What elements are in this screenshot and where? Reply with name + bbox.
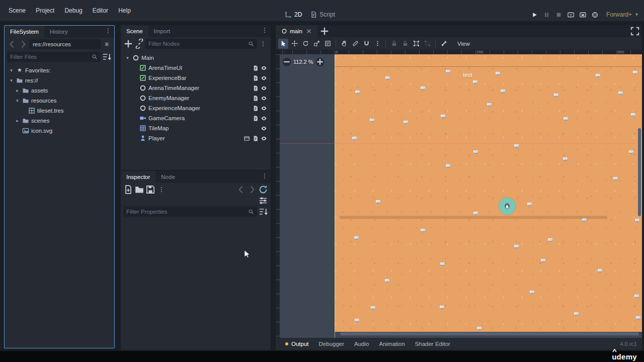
tab-scene[interactable]: Scene [121,25,148,37]
instance-icon[interactable] [244,135,250,142]
scene-node-player[interactable]: Player [121,133,271,143]
add-node-button[interactable] [123,39,133,49]
player-sprite[interactable] [499,198,516,215]
zoom-in-button[interactable] [316,58,324,66]
caret-down-icon[interactable]: ▾ [125,55,130,60]
inspector-menu-icon[interactable]: ⋮ [260,171,270,181]
platform-sprite[interactable] [340,215,607,218]
eye-icon[interactable] [261,85,267,92]
play-button[interactable] [529,9,540,20]
zoom-level[interactable]: 112.2 % [293,59,313,65]
bottom-tab-audio[interactable]: Audio [350,338,373,350]
rotate-tool-button[interactable] [300,39,310,49]
scene-node-arenatimeui[interactable]: ArenaTimeUI [121,63,271,73]
tab-history[interactable]: History [44,26,73,38]
scene-node-experiencebar[interactable]: ExperienceBar [121,73,271,83]
file-sort-icon[interactable] [102,52,112,62]
pan-tool-button[interactable] [339,39,349,49]
scene-node-tilemap[interactable]: TileMap [121,123,271,133]
filter-nodes-input[interactable] [148,41,246,47]
scene-tab-main[interactable]: main [276,25,317,37]
filesystem-menu-icon[interactable]: ⋮ [103,26,113,36]
group-button[interactable] [411,39,421,49]
caret-right-icon[interactable]: ▸ [15,118,20,123]
menu-editor[interactable]: Editor [88,5,113,17]
fs-item-tileset-tres[interactable]: tileset.tres [5,106,114,116]
eye-icon[interactable] [261,135,267,142]
nav-back-button[interactable] [7,39,17,49]
object-history-icon[interactable] [258,185,268,195]
editor-tab-script[interactable]: Script [310,11,335,18]
filter-properties-input[interactable] [126,209,246,215]
tab-filesystem[interactable]: FileSystem [5,26,44,38]
script-badge-icon[interactable] [252,135,259,142]
stop-button[interactable] [553,9,564,20]
fs-item-res[interactable]: ▾res:// [5,75,114,85]
expand-viewport-icon[interactable] [630,26,640,36]
nav-forward-button[interactable] [18,39,28,49]
ruler-tool-button[interactable] [350,39,360,49]
caret-down-icon[interactable]: ▾ [9,78,14,83]
script-badge-icon[interactable] [252,75,259,81]
unlock-button[interactable] [400,39,410,49]
caret-down-icon[interactable]: ▾ [9,68,14,73]
history-forward-button[interactable] [247,185,257,195]
caret-right-icon[interactable]: ▸ [15,88,20,93]
select-tool-button[interactable] [278,39,288,49]
script-badge-icon[interactable] [252,65,259,71]
vertical-scrollbar[interactable] [638,128,641,216]
scale-tool-button[interactable] [311,39,321,49]
skeleton-button[interactable] [439,39,449,49]
script-badge-icon[interactable] [252,115,259,122]
bottom-tab-shader-editor[interactable]: Shader Editor [411,338,455,350]
view-menu-button[interactable]: View [454,41,473,47]
snap-options-button[interactable] [372,39,382,49]
eye-icon[interactable] [261,95,267,102]
script-badge-icon[interactable] [252,85,259,92]
fs-item-assets[interactable]: ▸assets [5,85,114,96]
tilemap-region[interactable] [335,54,642,332]
scene-tree-menu-icon[interactable]: ⋮ [258,39,268,49]
menu-scene[interactable]: Scene [4,5,30,17]
scene-node-main[interactable]: ▾Main [121,53,271,63]
script-badge-icon[interactable] [252,95,259,102]
load-resource-button[interactable] [134,185,144,195]
caret-down-icon[interactable]: ▾ [15,98,20,103]
editor-tab-2d[interactable]: 2D [285,11,302,18]
eye-icon[interactable] [261,115,267,122]
menu-project[interactable]: Project [31,5,59,17]
save-resource-button[interactable] [145,185,155,195]
fs-item-resources[interactable]: ▾resources [5,96,114,106]
display-mode-toggle-icon[interactable]: ≡ [102,39,112,49]
bottom-tab-debugger[interactable]: Debugger [314,338,349,350]
menu-help[interactable]: Help [114,5,135,17]
horizontal-scrollbar[interactable] [340,332,639,335]
tab-node[interactable]: Node [155,171,181,183]
close-icon[interactable] [306,28,312,34]
fs-item-favorites[interactable]: ▾★Favorites: [5,65,114,75]
eye-icon[interactable] [261,105,267,112]
scene-node-experiencemanager[interactable]: ExperienceManager [121,103,271,113]
resource-extra-menu-icon[interactable]: ⋮ [156,185,167,195]
renderer-select[interactable]: Forward+▼ [606,11,639,18]
scene-node-enemymanager[interactable]: EnemyManager [121,93,271,103]
fs-item-icon-svg[interactable]: icon.svg [5,126,114,136]
pause-button[interactable] [541,9,552,20]
current-path-input[interactable] [33,41,97,47]
scene-node-gamecamera[interactable]: GameCamera [121,113,271,123]
filter-files-input[interactable] [10,54,90,60]
scene-menu-icon[interactable]: ⋮ [260,25,270,35]
play-scene-button[interactable] [565,9,576,20]
menu-debug[interactable]: Debug [60,5,87,17]
property-sort-icon[interactable] [258,207,268,217]
movie-maker-button[interactable] [589,9,600,20]
tab-import[interactable]: Import [148,25,176,37]
lock-button[interactable] [389,39,399,49]
history-back-button[interactable] [236,185,246,195]
ungroup-button[interactable] [422,39,432,49]
list-select-tool-button[interactable] [323,39,333,49]
tab-inspector[interactable]: Inspector [121,171,155,183]
eye-icon[interactable] [261,65,267,71]
eye-icon[interactable] [261,75,267,81]
new-resource-button[interactable] [123,185,133,195]
